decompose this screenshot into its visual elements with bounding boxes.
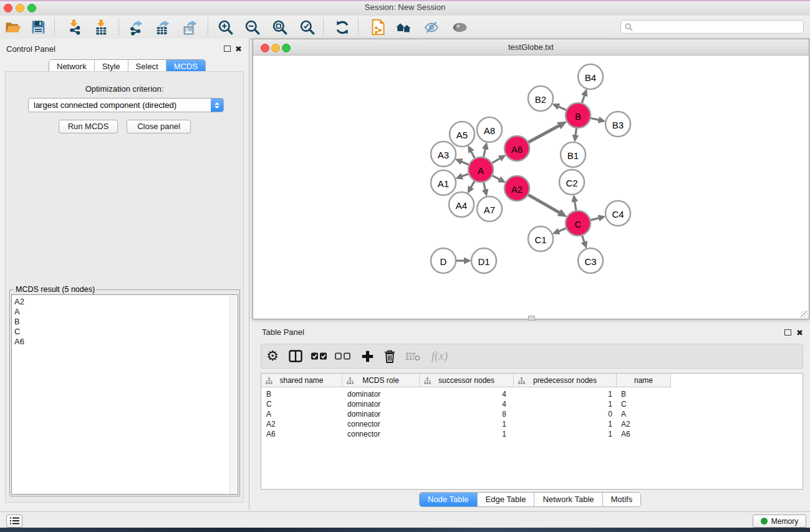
function-icon[interactable]: f(x) bbox=[426, 344, 453, 368]
table-row[interactable]: A2 connector 1 1 A2 bbox=[261, 419, 671, 429]
open-file-icon[interactable] bbox=[2, 17, 24, 37]
graph-edge-B-B3[interactable] bbox=[591, 118, 599, 120]
cell-mcds-role[interactable]: dominator bbox=[342, 399, 420, 409]
cell-successor-nodes[interactable]: 1 bbox=[420, 429, 514, 439]
cell-shared-name[interactable]: A bbox=[261, 409, 342, 419]
search-input[interactable] bbox=[636, 22, 799, 32]
graph-edge-A-A8[interactable] bbox=[484, 148, 486, 157]
column-header-successor-nodes[interactable]: successor nodes bbox=[420, 374, 514, 387]
run-mcds-button[interactable]: Run MCDS bbox=[59, 120, 118, 133]
eye-icon[interactable] bbox=[448, 17, 471, 37]
cell-name[interactable]: A2 bbox=[617, 419, 671, 429]
table-row[interactable]: A6 connector 1 1 A6 bbox=[261, 429, 671, 439]
graph-edge-A-A6[interactable] bbox=[492, 158, 500, 163]
graph-edge-A-A7[interactable] bbox=[484, 183, 486, 190]
cell-predecessor-nodes[interactable]: 1 bbox=[514, 389, 617, 399]
list-item[interactable]: A bbox=[12, 307, 238, 317]
column-header-shared-name[interactable]: shared name bbox=[261, 374, 342, 387]
cell-mcds-role[interactable]: connector bbox=[342, 419, 420, 429]
graph-edge-A-A4[interactable] bbox=[471, 181, 475, 188]
list-item[interactable]: A6 bbox=[12, 337, 238, 347]
zoom-selected-icon[interactable] bbox=[296, 17, 319, 37]
hide-eye-icon[interactable] bbox=[420, 17, 443, 37]
graph-edge-B-B2[interactable] bbox=[558, 107, 566, 110]
cell-shared-name[interactable]: B bbox=[261, 389, 342, 399]
close-panel-button[interactable]: Close panel bbox=[127, 120, 191, 133]
network-from-selection-icon[interactable] bbox=[367, 17, 389, 37]
graph-edge-B-B4[interactable] bbox=[582, 95, 584, 104]
graph-edge-C-C3[interactable] bbox=[582, 236, 585, 243]
deselect-all-icon[interactable] bbox=[333, 344, 353, 368]
delete-table-icon[interactable] bbox=[403, 344, 423, 368]
cell-predecessor-nodes[interactable]: 1 bbox=[514, 429, 617, 439]
select-all-icon[interactable] bbox=[309, 344, 329, 368]
close-panel-icon[interactable]: ✖ bbox=[235, 46, 242, 53]
export-image-icon[interactable] bbox=[179, 17, 201, 37]
zoom-fit-icon[interactable] bbox=[269, 17, 291, 37]
save-session-icon[interactable] bbox=[27, 17, 49, 37]
cell-name[interactable]: C bbox=[617, 399, 671, 409]
graph-edge-A2-C[interactable] bbox=[528, 195, 559, 213]
search-box[interactable] bbox=[620, 20, 804, 34]
column-header-predecessor-nodes[interactable]: predecessor nodes bbox=[514, 374, 617, 387]
import-network-icon[interactable] bbox=[64, 17, 86, 37]
graph-edge-A-A3[interactable] bbox=[461, 162, 469, 165]
close-panel-icon[interactable]: ✖ bbox=[796, 329, 803, 337]
cell-shared-name[interactable]: C bbox=[261, 399, 342, 409]
graph-edge-A-A1[interactable] bbox=[461, 174, 468, 177]
zoom-out-icon[interactable] bbox=[241, 17, 264, 37]
import-table-icon[interactable] bbox=[90, 17, 112, 37]
graph-edge-C-C2[interactable] bbox=[575, 201, 576, 211]
table-row[interactable]: B dominator 4 1 B bbox=[261, 389, 671, 399]
window-resize-grip[interactable] bbox=[528, 316, 535, 321]
column-header-mcds-role[interactable]: MCDS role bbox=[342, 374, 420, 387]
table-row[interactable]: C dominator 4 1 C bbox=[261, 399, 671, 409]
gear-icon[interactable]: ⚙ bbox=[263, 344, 282, 368]
graph-edge-C-C4[interactable] bbox=[591, 218, 599, 220]
trash-icon[interactable] bbox=[380, 344, 400, 368]
float-panel-icon[interactable] bbox=[784, 329, 791, 336]
cell-shared-name[interactable]: A6 bbox=[261, 429, 342, 439]
list-item[interactable]: C bbox=[12, 327, 238, 337]
graph-edge-C-C1[interactable] bbox=[559, 228, 566, 231]
graph-edge-B-B1[interactable] bbox=[576, 128, 577, 135]
cell-name[interactable]: A bbox=[617, 409, 671, 419]
list-item[interactable]: A2 bbox=[12, 297, 238, 307]
task-history-button[interactable] bbox=[6, 515, 22, 528]
mcds-result-list[interactable]: A2 A B C A6 bbox=[11, 294, 238, 495]
cell-successor-nodes[interactable]: 1 bbox=[420, 419, 514, 429]
list-item[interactable]: B bbox=[12, 317, 238, 327]
dropdown-spinner-icon[interactable] bbox=[211, 99, 223, 112]
scrollbar-track[interactable] bbox=[229, 296, 237, 493]
table-row[interactable]: A dominator 8 0 A bbox=[261, 409, 671, 419]
tab-network-table[interactable]: Network Table bbox=[534, 493, 602, 506]
tab-edge-table[interactable]: Edge Table bbox=[478, 493, 535, 506]
cell-predecessor-nodes[interactable]: 1 bbox=[514, 399, 617, 409]
cell-successor-nodes[interactable]: 4 bbox=[420, 389, 514, 399]
float-panel-icon[interactable] bbox=[224, 46, 231, 52]
graph-edge-A6-B[interactable] bbox=[529, 125, 560, 142]
criterion-dropdown[interactable]: largest connected component (directed) bbox=[28, 98, 224, 112]
cell-name[interactable]: B bbox=[617, 389, 671, 399]
graph-edge-A-A5[interactable] bbox=[471, 151, 475, 158]
cell-successor-nodes[interactable]: 4 bbox=[420, 399, 514, 409]
cell-predecessor-nodes[interactable]: 1 bbox=[514, 419, 617, 429]
cell-mcds-role[interactable]: dominator bbox=[342, 409, 420, 419]
network-window-titlebar[interactable]: testGlobe.txt bbox=[253, 39, 809, 56]
cell-name[interactable]: A6 bbox=[617, 429, 671, 439]
zoom-in-icon[interactable] bbox=[215, 17, 237, 37]
network-canvas[interactable]: B4B2BB3A8A5A6A3B1AA1C2A2A4A7C4CC1C3DD1 bbox=[253, 56, 809, 319]
split-view-icon[interactable] bbox=[286, 344, 306, 368]
column-header-name[interactable]: name bbox=[617, 374, 671, 387]
cell-successor-nodes[interactable]: 8 bbox=[420, 409, 514, 419]
tab-node-table[interactable]: Node Table bbox=[420, 493, 478, 506]
cell-mcds-role[interactable]: connector bbox=[342, 429, 420, 439]
cell-mcds-role[interactable]: dominator bbox=[342, 389, 420, 399]
export-table-icon[interactable] bbox=[152, 17, 174, 37]
window-resize-corner[interactable] bbox=[801, 311, 808, 318]
home-icon[interactable] bbox=[393, 17, 415, 37]
refresh-icon[interactable] bbox=[331, 17, 354, 37]
cell-predecessor-nodes[interactable]: 0 bbox=[514, 409, 617, 419]
export-network-icon[interactable] bbox=[125, 17, 147, 37]
add-icon[interactable] bbox=[357, 344, 377, 368]
